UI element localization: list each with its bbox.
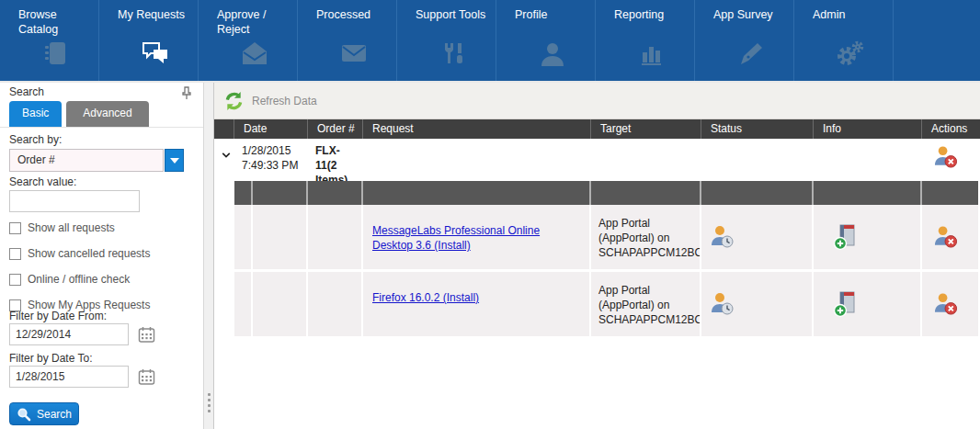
search-button-label: Search (37, 408, 72, 421)
date-to-input[interactable] (9, 366, 129, 388)
splitter-grip-icon (208, 393, 211, 412)
request-cell: MessageLabs Professional Online Desktop … (363, 205, 591, 272)
header-request[interactable]: Request (363, 119, 591, 139)
header-expand (214, 119, 234, 139)
header-status[interactable]: Status (701, 119, 814, 139)
checkbox-show-all-requests[interactable]: Show all requests (9, 221, 115, 234)
grid-toolbar: Refresh Data (214, 83, 980, 119)
info-cell (814, 205, 922, 272)
header-date[interactable]: Date (234, 119, 308, 139)
actions-cell (922, 205, 978, 272)
nav-app-survey[interactable]: App Survey (695, 0, 794, 81)
refresh-label: Refresh Data (252, 95, 317, 107)
nav-reporting[interactable]: Reporting (596, 0, 695, 81)
checkbox-label: Online / offline check (28, 273, 130, 286)
request-row: MessageLabs Professional Online Desktop … (214, 205, 980, 272)
open-envelope-icon (241, 39, 268, 68)
target-cell: App Portal (AppPortal) on SCHAPAPPCM12BO… (591, 272, 701, 339)
search-button[interactable]: Search (9, 402, 79, 425)
collapse-group-button[interactable] (214, 139, 234, 181)
group-order-number: FLX-11(2 Items) (308, 139, 363, 181)
tab-strip-divider (0, 127, 203, 128)
nav-my-requests[interactable]: My Requests (99, 0, 199, 81)
cancel-request-icon[interactable] (933, 292, 958, 316)
request-link[interactable]: Firefox 16.0.2 (Install) (372, 291, 479, 304)
nav-approve-reject[interactable]: Approve / Reject (199, 0, 298, 81)
nav-profile[interactable]: Profile (496, 0, 596, 81)
calendar-icon[interactable] (138, 368, 155, 386)
header-order[interactable]: Order # (308, 119, 363, 139)
info-cell (814, 272, 922, 339)
sidebar-splitter[interactable] (204, 83, 214, 429)
checkbox-show-cancelled-requests[interactable]: Show cancelled requests (9, 247, 150, 260)
status-cell (701, 205, 814, 272)
tab-basic[interactable]: Basic (9, 101, 62, 127)
pen-icon (738, 39, 764, 68)
search-sidebar: Search Basic Advanced Search by: Order #… (0, 83, 204, 429)
refresh-data-button[interactable]: Refresh Data (223, 91, 317, 111)
nav-label: Reporting (614, 7, 689, 37)
cancel-request-icon[interactable] (933, 145, 958, 169)
order-group-row: 1/28/2015 7:49:33 PM FLX-11(2 Items) (214, 139, 980, 181)
checkbox-label: Show all requests (28, 221, 115, 234)
gears-icon (837, 39, 864, 68)
nav-label: Support Tools (416, 7, 490, 37)
actions-cell (922, 272, 978, 339)
status-pending-icon (709, 292, 735, 316)
nav-label: My Requests (118, 7, 192, 37)
date-from-input[interactable] (9, 323, 129, 345)
search-value-label: Search value: (9, 175, 76, 188)
search-by-dropdown[interactable]: Order # (9, 149, 184, 172)
search-value-input[interactable] (9, 190, 140, 212)
nav-label: App Survey (713, 7, 788, 37)
checkbox-online-offline-check[interactable]: Online / offline check (9, 273, 130, 286)
target-cell: App Portal (AppPortal) on SCHAPAPPCM12BO… (591, 205, 701, 272)
nav-label: Profile (515, 7, 589, 37)
search-by-label: Search by: (9, 133, 62, 146)
pin-icon[interactable] (181, 86, 192, 104)
request-cell: Firefox 16.0.2 (Install) (363, 272, 591, 339)
nav-processed[interactable]: Processed (298, 0, 397, 81)
checkbox-box[interactable] (9, 222, 21, 234)
header-target[interactable]: Target (591, 119, 701, 139)
calendar-icon[interactable] (138, 326, 155, 344)
tab-advanced[interactable]: Advanced (66, 101, 148, 127)
nav-browse-catalog[interactable]: Browse Catalog (0, 0, 99, 81)
status-pending-icon (709, 225, 735, 249)
request-row: Firefox 16.0.2 (Install) App Portal (App… (214, 272, 980, 339)
grid-header-row: Date Order # Request Target Status Info … (214, 119, 980, 139)
requests-panel: Refresh Data Date Order # Request Target… (214, 83, 980, 429)
nav-label: Browse Catalog (18, 7, 93, 37)
group-actions-cell (922, 139, 980, 181)
chat-bubbles-icon (142, 39, 169, 68)
top-nav: Browse Catalog My Requests Approve / Rej… (0, 0, 980, 81)
package-info-icon[interactable] (832, 223, 860, 251)
checkbox-box[interactable] (9, 274, 21, 286)
search-tabs: Basic Advanced (9, 101, 149, 127)
checkbox-label: Show cancelled requests (28, 247, 150, 260)
nav-support-tools[interactable]: Support Tools (397, 0, 496, 81)
chevron-down-icon (170, 158, 179, 164)
group-datetime: 1/28/2015 7:49:33 PM (234, 139, 308, 181)
magnifier-icon (17, 407, 31, 422)
status-cell (701, 272, 814, 339)
search-by-value: Order # (9, 149, 164, 172)
search-panel-title: Search (9, 85, 44, 98)
chevron-down-icon (222, 152, 231, 159)
nav-admin[interactable]: Admin (794, 0, 894, 81)
date-to-label: Filter by Date To: (9, 352, 92, 365)
dropdown-button[interactable] (165, 149, 184, 172)
header-info[interactable]: Info (814, 119, 922, 139)
request-link[interactable]: MessageLabs Professional Online Desktop … (372, 224, 540, 252)
inner-grid-header (214, 181, 980, 205)
envelope-icon (340, 39, 368, 68)
date-to-row (9, 366, 155, 388)
tools-icon (440, 39, 466, 68)
header-actions[interactable]: Actions (922, 119, 980, 139)
catalog-icon (42, 39, 70, 68)
package-info-icon[interactable] (832, 290, 860, 318)
refresh-icon (223, 91, 245, 111)
cancel-request-icon[interactable] (933, 225, 958, 249)
checkbox-box[interactable] (9, 248, 21, 260)
date-from-row (9, 323, 155, 345)
